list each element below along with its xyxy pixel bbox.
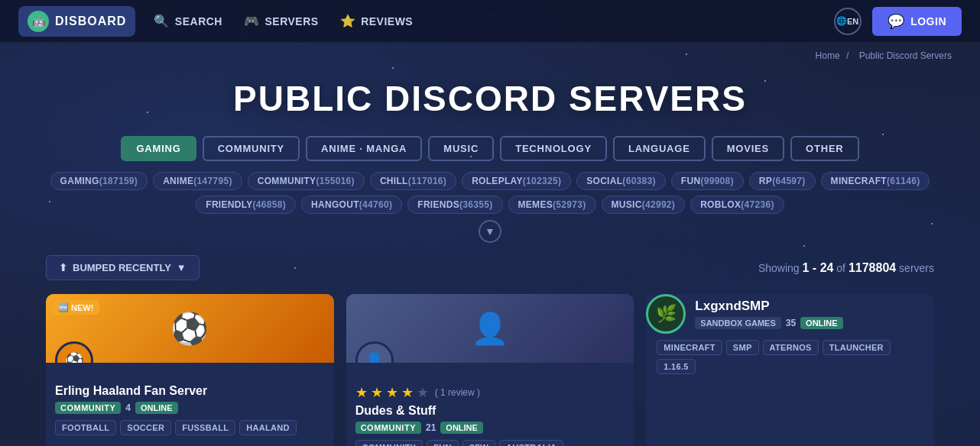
category-tab-technology[interactable]: TECHNOLOGY (500, 136, 607, 161)
tag-haaland[interactable]: HAALAND (239, 420, 296, 435)
online-badge: ONLINE (800, 317, 843, 329)
member-count: 21 (426, 422, 436, 433)
server-meta: COMMUNITY21ONLINE (355, 422, 625, 434)
tag-football[interactable]: FOOTBALL (55, 420, 116, 435)
search-label: SEARCH (175, 15, 222, 27)
discord-icon: 💬 (888, 13, 905, 30)
category-tab-language[interactable]: LANGUAGE (613, 136, 706, 161)
logo[interactable]: 🤖 DISBOARD (18, 6, 135, 37)
category-tab-music[interactable]: MUSIC (428, 136, 494, 161)
server-card-haaland[interactable]: ⚽🆕 NEW!⚽Erling Haaland Fan ServerCOMMUNI… (46, 294, 334, 446)
login-button[interactable]: 💬 LOGIN (872, 7, 962, 36)
tag-section: GAMING(187159)ANIME(147795)COMMUNITY(155… (46, 172, 934, 214)
star-1: ★ (355, 384, 368, 401)
page-range: 1 - 24 (803, 261, 834, 274)
star-5: ★ (417, 384, 429, 401)
tag-pill-minecraft[interactable]: MINECRAFT(61146) (821, 172, 930, 190)
tag-pill-roleplay[interactable]: ROLEPLAY(102325) (462, 172, 571, 190)
server-meta: SANDBOX GAMES35ONLINE (695, 317, 934, 329)
search-icon: 🔍 (154, 14, 170, 28)
tag-pill-friends[interactable]: FRIENDS(36355) (407, 196, 502, 214)
server-name: Erling Haaland Fan Server (55, 384, 325, 398)
category-tab-movies[interactable]: MOVIES (712, 136, 784, 161)
showing-count: Showing 1 - 24 of 1178804 servers (758, 261, 934, 275)
tag-pill-hangout[interactable]: HANGOUT(44760) (301, 196, 402, 214)
tag-smp[interactable]: SMP (726, 340, 759, 355)
star-3: ★ (386, 384, 398, 401)
tag-sfw[interactable]: SFW (462, 440, 495, 446)
online-badge: ONLINE (440, 422, 483, 434)
language-button[interactable]: 🌐 EN (834, 8, 862, 35)
member-count: 4 (125, 402, 131, 413)
breadcrumb-current: Public Discord Servers (859, 50, 952, 61)
lxg-header: 🌿LxgxndSMPSANDBOX GAMES35ONLINE (646, 294, 934, 334)
servers-label: servers (899, 262, 934, 274)
server-tags: MINECRAFTSMPATERNOSTLAUNCHER1.16.5 (646, 340, 934, 385)
server-name: LxgxndSMP (695, 299, 934, 314)
servers-label: SERVERS (264, 15, 318, 27)
new-badge: 🆕 NEW! (52, 300, 99, 315)
tag-aternos[interactable]: ATERNOS (763, 340, 819, 355)
login-label: LOGIN (910, 15, 946, 27)
tag-australia[interactable]: AUSTRALIA (499, 440, 563, 446)
lang-label: EN (847, 17, 858, 26)
page-title: PUBLIC DISCORD SERVERS (46, 78, 934, 119)
tag-pill-anime[interactable]: ANIME(147795) (153, 172, 242, 190)
main-nav: 🔍 SEARCH 🎮 SERVERS ⭐ REVIEWS (154, 14, 833, 28)
category-tabs: GAMINGCOMMUNITYANIME · MANGAMUSICTECHNOL… (46, 136, 934, 161)
tag-fun[interactable]: FUN (427, 440, 459, 446)
showing-label: Showing (758, 262, 800, 274)
tag-pill-rp[interactable]: RP(64597) (749, 172, 816, 190)
bumped-label: BUMPED RECENTLY (73, 262, 171, 273)
category-tab-community[interactable]: COMMUNITY (203, 136, 300, 161)
globe-icon: 🌐 (836, 16, 847, 26)
gamepad-icon: 🎮 (244, 14, 260, 28)
tag-minecraft[interactable]: MINECRAFT (657, 340, 722, 355)
header-right: 🌐 EN 💬 LOGIN (834, 7, 962, 36)
server-tags: COMMUNITYFUNSFWAUSTRALIA (355, 440, 625, 446)
tag-pill-fun[interactable]: FUN(99908) (671, 172, 744, 190)
server-grid: ⚽🆕 NEW!⚽Erling Haaland Fan ServerCOMMUNI… (46, 294, 934, 446)
tag-fussball[interactable]: FUSSBALL (175, 420, 235, 435)
dropdown-icon: ▼ (177, 262, 187, 273)
chevron-down-icon[interactable]: ▼ (479, 220, 501, 243)
tag-pill-music[interactable]: MUSIC(42992) (602, 196, 686, 214)
bumped-recently-button[interactable]: ⬆ BUMPED RECENTLY ▼ (46, 255, 200, 280)
tag-community[interactable]: COMMUNITY (355, 440, 423, 446)
server-card-dudes-stuff[interactable]: 👤👤★★★★★( 1 review )Dudes & StuffCOMMUNIT… (346, 294, 634, 446)
tag-pill-gaming[interactable]: GAMING(187159) (50, 172, 148, 190)
server-name: Dudes & Stuff (355, 404, 625, 418)
main-content: PUBLIC DISCORD SERVERS GAMINGCOMMUNITYAN… (0, 78, 980, 446)
tag-pill-memes[interactable]: MEMES(52973) (508, 196, 596, 214)
nav-reviews[interactable]: ⭐ REVIEWS (340, 14, 414, 28)
tag-pill-friendly[interactable]: FRIENDLY(46858) (196, 196, 296, 214)
tag-pill-community[interactable]: COMMUNITY(155016) (248, 172, 365, 190)
server-category: SANDBOX GAMES (695, 317, 780, 329)
nav-search[interactable]: 🔍 SEARCH (154, 14, 222, 28)
reviews-label: REVIEWS (361, 15, 413, 27)
card-banner: ⚽🆕 NEW!⚽ (46, 294, 334, 363)
server-meta: COMMUNITY4ONLINE (55, 402, 325, 414)
server-tags: FOOTBALLSOCCERFUSSBALLHAALAND (55, 420, 325, 435)
tag-pill-social[interactable]: SOCIAL(60383) (576, 172, 666, 190)
tag-pill-roblox[interactable]: ROBLOX(47236) (690, 196, 784, 214)
category-tab-gaming[interactable]: GAMING (121, 136, 196, 161)
card-body: Erling Haaland Fan ServerCOMMUNITY4ONLIN… (46, 363, 334, 444)
nav-servers[interactable]: 🎮 SERVERS (244, 14, 319, 28)
tag-pill-chill[interactable]: CHILL(117016) (370, 172, 456, 190)
tag-1165[interactable]: 1.16.5 (657, 359, 695, 374)
category-tab-other[interactable]: OTHER (790, 136, 859, 161)
star-rating: ★★★★★( 1 review ) (355, 384, 625, 401)
server-card-lxgxndsmp[interactable]: 🌿LxgxndSMPSANDBOX GAMES35ONLINEMINECRAFT… (646, 294, 934, 446)
of-label: of (836, 262, 845, 274)
breadcrumb-home[interactable]: Home (816, 50, 840, 61)
tag-tlauncher[interactable]: TLAUNCHER (823, 340, 891, 355)
bumped-icon: ⬆ (59, 262, 67, 273)
server-category: COMMUNITY (355, 422, 421, 434)
total-count: 1178804 (849, 261, 896, 274)
online-badge: ONLINE (135, 402, 178, 414)
tag-soccer[interactable]: SOCCER (120, 420, 171, 435)
logo-icon: 🤖 (28, 11, 49, 32)
category-tab-anime-manga[interactable]: ANIME · MANGA (306, 136, 422, 161)
header: 🤖 DISBOARD 🔍 SEARCH 🎮 SERVERS ⭐ REVIEWS … (0, 0, 980, 43)
